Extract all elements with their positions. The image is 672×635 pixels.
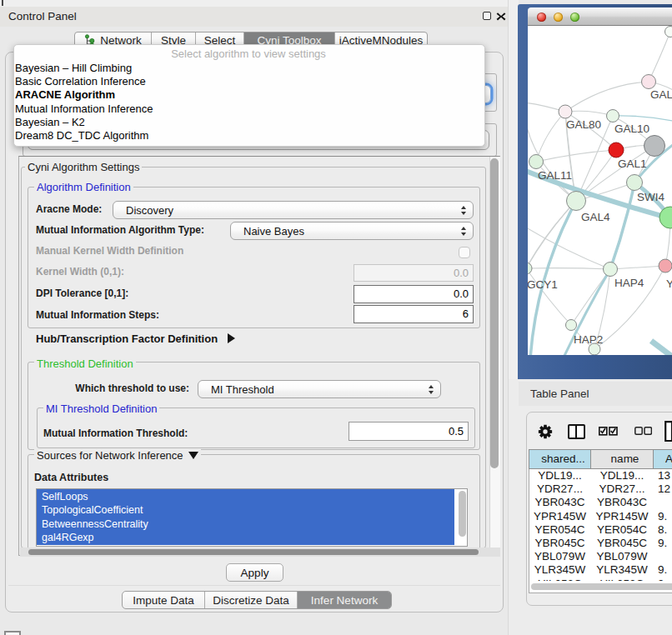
svg-text:HAP4: HAP4 xyxy=(614,277,644,289)
svg-text:GAL1: GAL1 xyxy=(618,158,647,170)
svg-text:YDR: YDR xyxy=(666,278,672,290)
svg-text:SWI4: SWI4 xyxy=(637,191,664,203)
svg-text:GAL80: GAL80 xyxy=(566,118,601,131)
svg-text:GAL10: GAL10 xyxy=(614,122,649,135)
svg-text:GCY1: GCY1 xyxy=(528,278,558,291)
svg-text:GAL11: GAL11 xyxy=(538,169,572,182)
svg-text:GAL2: GAL2 xyxy=(650,88,672,101)
svg-text:HAP2: HAP2 xyxy=(574,333,603,346)
svg-text:GAL4: GAL4 xyxy=(581,211,610,223)
